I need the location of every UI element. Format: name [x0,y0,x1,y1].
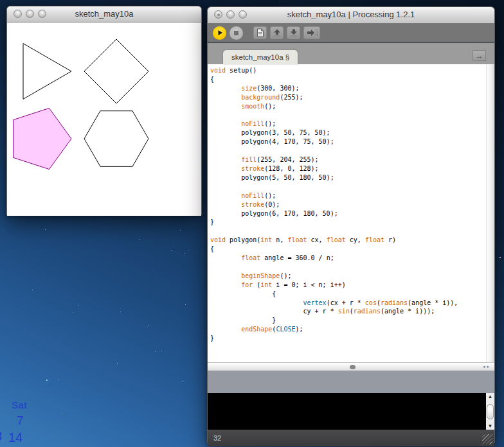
console-scroll-thumb[interactable] [487,404,494,419]
shape-pentagon [14,108,71,169]
scroll-left-icon[interactable]: ◂ [483,364,485,369]
code-line: for (int i = 0; i < n; i++) [210,281,486,290]
star [140,239,140,240]
scroll-right-icon[interactable]: ▸ [487,364,489,369]
code-line: void setup() [210,66,486,75]
star [148,325,148,326]
star [161,351,162,351]
sketch-output-window: sketch_may10a [6,6,202,215]
code-line: stroke(0); [210,200,486,209]
open-button[interactable] [270,26,284,39]
desktop: Sat 7 3 14 sketch_may10a sketch_may10a |… [0,0,504,447]
editor-horizontal-scrollbar[interactable]: ◂▸ [208,362,494,371]
code-line: } [210,218,486,227]
save-button[interactable] [287,26,300,39]
star [154,270,154,271]
star [184,253,185,254]
sketch-canvas [7,22,201,216]
code-line [210,182,486,191]
code-line: fill(255, 204, 255); [210,155,486,164]
sketch-window-titlebar[interactable]: sketch_may10a [7,6,201,22]
code-line: cy + r * sin(radians(angle * i))); [210,307,486,316]
console-output: ▲ ▼ [208,393,494,430]
star [185,304,186,305]
message-area [208,371,494,393]
line-number-indicator: 32 [213,434,221,442]
tab-sketch-may10a[interactable]: sketch_may10a § [223,50,298,64]
run-button[interactable] [213,26,226,40]
code-line: background(255); [210,93,486,102]
star [89,217,90,218]
horizontal-scroll-arrows[interactable]: ◂▸ [483,364,489,369]
code-line: vertex(cx + r * cos(radians(angle * i)), [210,299,486,308]
star [500,257,501,258]
export-right-arrow-icon [306,28,318,37]
code-line: } [210,316,486,325]
code-line: float angle = 360.0 / n; [210,254,486,263]
console-scrollbar[interactable]: ▲ ▼ [486,393,494,430]
new-button[interactable] [253,26,267,39]
status-bar: 32 [208,430,494,446]
stop-button[interactable] [230,26,243,40]
star [32,290,33,290]
star [73,312,73,313]
horizontal-scroll-thumb[interactable] [350,365,356,369]
play-icon [216,29,224,37]
code-line: { [210,75,486,84]
tab-menu-button[interactable]: → [473,50,486,61]
resize-grip[interactable] [482,434,492,444]
code-line: beginShape(); [210,272,486,281]
ide-toolbar [208,24,494,42]
code-line [210,111,486,120]
shapes-drawing [7,23,200,216]
code-line: void polygon(int n, float cx, float cy, … [210,236,486,245]
tab-strip: sketch_may10a § → [208,42,494,64]
open-up-arrow-icon [273,28,282,37]
star [25,376,26,376]
code-line: } [210,334,486,343]
code-line: { [210,245,486,254]
code-line: polygon(3, 50, 75, 50); [210,128,486,137]
star [171,250,172,250]
export-button[interactable] [303,26,320,39]
star [280,1,280,2]
code-line: endShape(CLOSE); [210,325,486,334]
star [156,351,156,352]
star [45,229,46,230]
star [188,250,189,250]
code-line [210,146,486,155]
star [62,414,62,414]
star [78,305,79,306]
new-sketch-icon [256,28,264,37]
calendar-date-14: 14 [8,430,22,445]
star [182,381,183,382]
ide-window-title: sketch_may10a | Processing 1.2.1 [208,10,494,19]
star [46,380,48,381]
code-line [210,263,486,272]
code-line: stroke(128, 0, 128); [210,164,486,173]
tab-menu-arrow-icon: → [476,52,483,60]
scroll-up-icon[interactable]: ▲ [488,394,493,399]
star [19,366,19,367]
code-line: smooth(); [210,102,486,111]
code-line: size(300, 300); [210,84,486,93]
star [180,230,181,231]
star [117,363,118,364]
code-line: noFill(); [210,119,486,128]
sketch-window-title: sketch_may10a [7,9,201,19]
processing-ide-window: sketch_may10a | Processing 1.2.1 [207,6,495,443]
star [116,360,117,360]
code-editor[interactable]: void setup(){ size(300, 300); background… [208,64,486,362]
editor-area: void setup(){ size(300, 300); background… [208,64,494,362]
editor-vertical-scrollbar[interactable] [486,64,494,362]
calendar-day-label: Sat [12,399,27,410]
code-line: { [210,290,486,299]
scroll-down-icon[interactable]: ▼ [488,423,493,429]
code-line: noFill(); [210,191,486,200]
shape-diamond [84,39,148,103]
star [4,230,4,231]
ide-window-titlebar[interactable]: sketch_may10a | Processing 1.2.1 [208,7,494,24]
code-line: polygon(5, 50, 180, 50); [210,173,486,182]
tab-label: sketch_may10a § [231,53,289,61]
save-down-arrow-icon [289,28,298,37]
